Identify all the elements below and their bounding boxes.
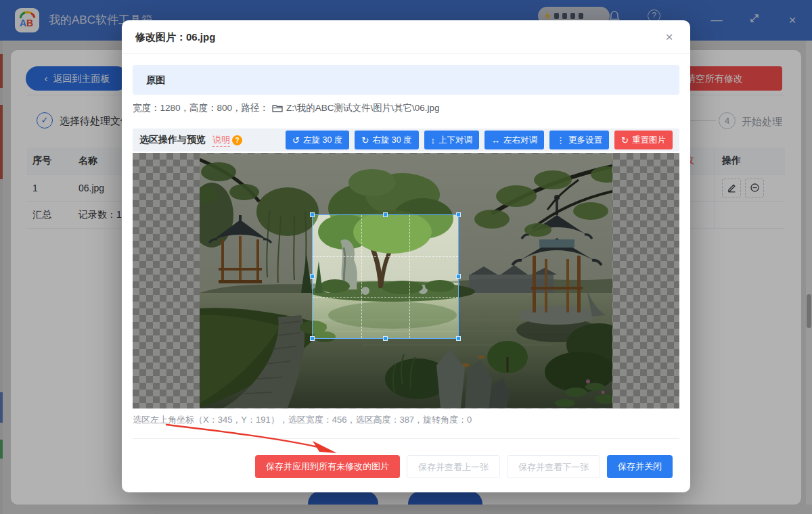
toolbar-title: 选区操作与预览 — [139, 134, 206, 146]
dialog-header: 修改图片：06.jpg × — [122, 20, 690, 54]
original-image-banner: 原图 — [133, 65, 679, 95]
help-link[interactable]: 说明 — [212, 134, 230, 147]
help-question-icon[interactable]: ? — [232, 135, 242, 145]
screen: A B 我的ABC软件工具箱 ? — × — [0, 0, 812, 514]
grid-line — [313, 256, 458, 257]
save-view-next-button[interactable]: 保存并查看下一张 — [507, 455, 600, 478]
selection-handle-nw[interactable] — [310, 212, 315, 217]
selection-handle-s[interactable] — [383, 336, 388, 341]
save-and-close-button[interactable]: 保存并关闭 — [607, 455, 673, 478]
dialog-close-icon[interactable]: × — [660, 28, 678, 46]
rotate-cw-icon: ↻ — [361, 135, 369, 145]
annotation-arrow — [160, 418, 342, 461]
grid-line — [409, 215, 410, 338]
selection-handle-ne[interactable] — [456, 212, 461, 217]
selection-toolbar: 选区操作与预览 说明 ? ↺左旋 30 度 ↻右旋 30 度 ↕上下对调 ↔左右… — [133, 128, 679, 151]
rotate-ccw-icon: ↺ — [292, 135, 300, 145]
grid-line — [361, 215, 362, 338]
edit-image-dialog: 修改图片：06.jpg × 原图 宽度：1280，高度：800，路径： Z:\我… — [122, 20, 690, 492]
selection-handle-se[interactable] — [456, 336, 461, 341]
flip-vertical-button[interactable]: ↕上下对调 — [424, 131, 480, 149]
rotate-right-button[interactable]: ↻右旋 30 度 — [355, 131, 418, 149]
selection-handle-e[interactable] — [456, 274, 461, 279]
image-dimensions-text: 宽度：1280，高度：800，路径： — [133, 102, 269, 114]
image-info-line: 宽度：1280，高度：800，路径： Z:\我的ABC测试文件\图片\其它\06… — [133, 101, 440, 115]
more-dots-icon: ⋮ — [556, 135, 565, 145]
flip-horizontal-button[interactable]: ↔左右对调 — [484, 131, 544, 149]
image-path-text: Z:\我的ABC测试文件\图片\其它\06.jpg — [286, 102, 440, 114]
grid-line — [313, 297, 458, 298]
crop-selection-box[interactable] — [312, 214, 459, 339]
flip-horizontal-icon: ↔ — [491, 135, 500, 145]
reset-image-button[interactable]: ↻重置图片 — [614, 131, 673, 149]
rotate-left-button[interactable]: ↺左旋 30 度 — [286, 131, 349, 149]
dialog-title: 修改图片：06.jpg — [135, 31, 215, 44]
flip-vertical-icon: ↕ — [431, 135, 436, 145]
save-view-previous-button[interactable]: 保存并查看上一张 — [407, 455, 500, 478]
more-settings-button[interactable]: ⋮更多设置 — [549, 131, 609, 149]
selection-handle-n[interactable] — [383, 212, 388, 217]
reset-icon: ↻ — [621, 135, 629, 145]
selection-handle-sw[interactable] — [310, 336, 315, 341]
image-preview-canvas[interactable] — [133, 153, 679, 408]
folder-icon — [272, 103, 283, 113]
selection-handle-w[interactable] — [310, 274, 315, 279]
